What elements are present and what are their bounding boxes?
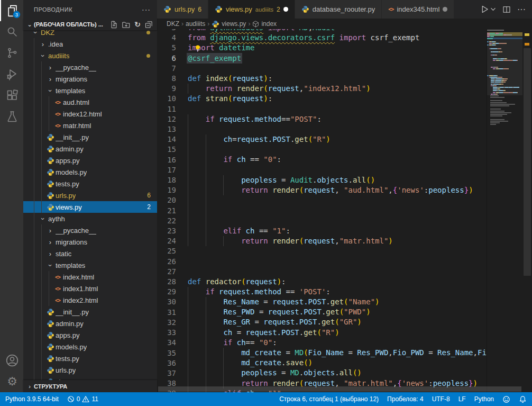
status-item-indentation[interactable]: Пробелов: 4 — [387, 395, 424, 403]
tree-item-admin.py[interactable]: admin.py — [23, 318, 157, 329]
activity-bar: 3 ⚙ — [0, 0, 23, 392]
tree-item-migrations[interactable]: ›migrations — [23, 73, 157, 85]
breadcrumb-separator: › — [248, 20, 250, 28]
workspace-section-header[interactable]: ⌄ (РАБОЧАЯ ОБЛАСТЬ) ... ↻ — [23, 19, 157, 30]
python-icon — [47, 308, 54, 316]
vscode-window: 3 ⚙ ПРОВОДНИК ··· ⌄ (РАБОЧАЯ ОБЛАСТЬ) ..… — [0, 0, 532, 406]
dirty-indicator-dot[interactable] — [443, 7, 447, 12]
tree-item-index.html[interactable]: <>index.html — [23, 271, 157, 283]
tree-item-index1.html[interactable]: <>index1.html — [23, 283, 157, 294]
tree-item-models.py[interactable]: models.py — [23, 166, 157, 178]
tab-database_roouter.py[interactable]: database_roouter.py — [295, 0, 382, 19]
tab-views.py[interactable]: views.pyaudiiits2 — [208, 0, 295, 19]
tree-item-label: index.html — [63, 273, 94, 281]
python-icon — [47, 355, 54, 363]
tree-item-tests.py[interactable]: tests.py — [23, 178, 157, 190]
tree-item-urls.py[interactable]: urls.py6 — [23, 190, 157, 201]
tree-item-templates[interactable]: ›templates — [23, 259, 157, 271]
split-editor-button[interactable] — [502, 5, 511, 14]
code-line-6: @csrf_exempt — [188, 53, 487, 64]
refresh-icon[interactable]: ↻ — [134, 21, 141, 28]
minimap[interactable] — [487, 29, 522, 392]
tree-item-.idea[interactable]: ›.idea — [23, 38, 157, 50]
tree-item-label: index1.html — [63, 285, 98, 293]
tree-item-aythh[interactable]: ›aythh — [23, 213, 157, 224]
tree-item-label: templates — [56, 87, 85, 95]
breadcrumb-item-audiiits[interactable]: audiiits — [186, 20, 205, 28]
problems-count-badge: 6 — [147, 192, 151, 199]
tree-item-__pycache__[interactable]: ›__pycache__ — [23, 224, 157, 236]
code-line-10: def stran(request): — [188, 94, 487, 104]
activity-bar-item-run-debug[interactable] — [0, 64, 23, 85]
editor[interactable]: 3456789101112131415161718192021222324252… — [157, 29, 532, 392]
tree-item-matr.html[interactable]: <>matr.html — [23, 120, 157, 131]
breadcrumb-item-index[interactable]: index — [252, 20, 277, 28]
tree-item-views.py[interactable]: views.py — [23, 376, 157, 380]
tree-item-__pycache__[interactable]: ›__pycache__ — [23, 61, 157, 73]
dirty-indicator-dot[interactable] — [283, 7, 288, 12]
activity-bar-item-accounts[interactable] — [0, 350, 23, 371]
status-item-encoding[interactable]: UTF-8 — [432, 395, 450, 403]
tab-index345.html[interactable]: <>index345.html — [382, 0, 454, 19]
outline-section-header[interactable]: › СТРУКТУРА — [23, 380, 157, 392]
code-line-29: if request.method == 'POST': — [188, 287, 487, 297]
tab-label: views.py — [226, 5, 252, 13]
new-file-icon[interactable] — [110, 21, 118, 29]
activity-bar-item-testing[interactable] — [0, 106, 23, 127]
tree-item-views.py[interactable]: views.py2 — [23, 201, 157, 213]
code-line-14: ch=request.POST.get("R") — [188, 134, 487, 145]
tree-item-templates[interactable]: ›templates — [23, 85, 157, 96]
activity-bar-item-settings[interactable]: ⚙ — [0, 371, 23, 392]
tree-item-__init__.py[interactable]: __init__.py — [23, 306, 157, 318]
tree-item-audiiits[interactable]: ›audiiits — [23, 50, 157, 61]
code-area[interactable]: from aythh.models import MD,Auditfrom dj… — [188, 29, 487, 392]
activity-bar-item-extensions[interactable] — [0, 85, 23, 106]
status-item-notifications[interactable] — [519, 395, 527, 403]
tree-item-tests.py[interactable]: tests.py — [23, 353, 157, 364]
status-item-eol[interactable]: LF — [458, 395, 466, 403]
editor-group: urls.py6views.pyaudiiits2database_rooute… — [157, 0, 532, 392]
more-actions-icon[interactable]: ··· — [517, 5, 526, 14]
activity-bar-item-source-control[interactable] — [0, 42, 23, 64]
tree-item-index12.html[interactable]: <>index12.html — [23, 108, 157, 120]
tree-item-DKZ[interactable]: ›DKZ — [23, 30, 157, 38]
lightbulb-icon[interactable] — [194, 44, 201, 54]
tree-item-index2.html[interactable]: <>index2.html — [23, 294, 157, 306]
dropdown-chevron-icon[interactable] — [490, 6, 496, 12]
code-line-35: md_create = MD(Fio_Name = Res_PWD,Fio_PW… — [188, 348, 487, 358]
breadcrumb-item-views.py[interactable]: views.py — [212, 20, 246, 28]
debug-icon — [6, 68, 19, 80]
tree-item-models.py[interactable]: models.py — [23, 341, 157, 353]
code-line-9: return render(request,"index12.html") — [188, 84, 487, 94]
tree-item-urls.py[interactable]: urls.py — [23, 364, 157, 376]
tree-item-migrations[interactable]: ›migrations — [23, 236, 157, 248]
status-item-cursor-position[interactable]: Строка 6, столбец 1 (выбрано 12) — [279, 395, 379, 403]
run-python-file-button[interactable] — [480, 5, 496, 14]
new-folder-icon[interactable] — [122, 21, 130, 29]
collapse-all-icon[interactable] — [145, 21, 153, 29]
activity-bar-item-explorer[interactable]: 3 — [0, 0, 23, 21]
tree-item-apps.py[interactable]: apps.py — [23, 329, 157, 341]
tree-item-aud.html[interactable]: <>aud.html — [23, 96, 157, 108]
code-line-32: Res_GR = request.POST.get("GR") — [188, 317, 487, 327]
scrollbar-thumb[interactable] — [524, 48, 531, 276]
more-actions-icon[interactable]: ··· — [142, 5, 151, 14]
tree-item-static[interactable]: ›static — [23, 248, 157, 259]
status-item-language-mode[interactable]: Python — [474, 395, 494, 403]
tree-item-apps.py[interactable]: apps.py — [23, 155, 157, 166]
code-line-27 — [188, 267, 487, 277]
python-interpreter-item[interactable]: Python 3.9.5 64-bit — [5, 395, 59, 403]
code-line-30: Res_Name = request.POST.get("Name") — [188, 297, 487, 307]
tree-item-admin.py[interactable]: admin.py — [23, 143, 157, 155]
tree-item-label: audiiits — [48, 52, 69, 60]
status-item-feedback[interactable] — [502, 395, 510, 403]
tree-item-__init__.py[interactable]: __init__.py — [23, 131, 157, 143]
activity-bar-item-search[interactable] — [0, 21, 23, 42]
status-item-label: Пробелов: 4 — [387, 395, 424, 403]
tab-urls.py[interactable]: urls.py6 — [157, 0, 208, 19]
chevron-down-icon: › — [32, 31, 40, 33]
breadcrumb-item-DKZ[interactable]: DKZ — [167, 20, 179, 28]
vertical-scrollbar[interactable] — [522, 29, 532, 392]
horizontal-scrollbar[interactable] — [158, 386, 521, 392]
problems-item[interactable]: 011 — [67, 395, 98, 403]
